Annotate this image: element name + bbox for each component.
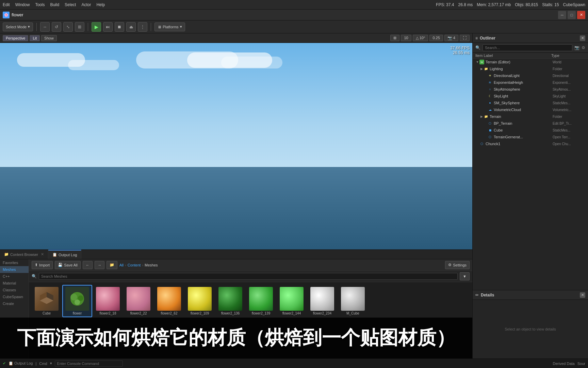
vp-snap-button[interactable]: 10 xyxy=(401,35,411,41)
clouds-layer xyxy=(0,50,472,91)
menu-actor[interactable]: Actor xyxy=(81,2,91,7)
menu-edit[interactable]: Edit xyxy=(3,2,10,7)
asset-item[interactable]: flower2_62 xyxy=(154,285,184,317)
more-options-button[interactable]: ⋮ xyxy=(138,22,147,32)
asset-item[interactable]: flower2_136 xyxy=(215,285,245,317)
asset-item[interactable]: flower2_22 xyxy=(124,285,153,317)
asset-item[interactable]: flower2_234 xyxy=(307,285,337,317)
tree-item[interactable]: ⬡ TerrainGernerat... Open Terr... xyxy=(473,134,588,140)
cb-favorites[interactable]: Favorites xyxy=(0,259,29,266)
viewport-canvas[interactable]: 37.66 FPS 26.55 ms xyxy=(0,43,472,249)
asset-item[interactable]: Cube xyxy=(32,285,62,317)
content-browser-close[interactable]: ✕ xyxy=(41,252,44,257)
tree-name: SM_SkySphere xyxy=(494,101,553,105)
tree-item[interactable]: ▼ W Terrain (Editor) World xyxy=(473,59,588,65)
menu-build[interactable]: Build xyxy=(50,2,59,7)
move-tool-button[interactable]: ↔ xyxy=(40,22,50,32)
asset-item[interactable]: flower2_18 xyxy=(93,285,123,317)
col-item-label: Item Label xyxy=(475,53,551,58)
rotate-tool-button[interactable]: ↺ xyxy=(52,22,61,32)
tab-output-log[interactable]: 📋 Output Log xyxy=(48,250,81,259)
window-controls: ─ □ ✕ xyxy=(558,11,585,19)
cmd-chevron[interactable]: ▾ xyxy=(50,361,52,366)
cb-cubespawn[interactable]: CubeSpawn xyxy=(0,293,29,300)
outliner-search-input[interactable] xyxy=(483,44,572,51)
tree-item[interactable]: ≋ ExponentialHeigh Exponenti... xyxy=(473,79,588,86)
menu-tools[interactable]: Tools xyxy=(35,2,45,7)
filter-button[interactable]: ▼ xyxy=(460,272,470,280)
cb-meshes[interactable]: Meshes xyxy=(0,266,29,273)
asset-item[interactable]: flower2_139 xyxy=(246,285,276,317)
folder-up-button[interactable]: 📁 xyxy=(107,261,117,269)
play-button[interactable]: ▶ xyxy=(92,22,101,32)
save-all-button[interactable]: 💾 Save All xyxy=(55,261,81,269)
select-mode-chevron: ▾ xyxy=(28,25,30,29)
tree-item[interactable]: ⬡ Chunck1 Open Chu... xyxy=(473,140,588,147)
tree-item[interactable]: ○ SkyAtmosphere SkyAtmos... xyxy=(473,86,588,93)
perf-ms: 26.8 ms xyxy=(458,2,473,7)
menu-window[interactable]: Window xyxy=(15,2,30,7)
vp-scale-button[interactable]: 0.25 xyxy=(429,35,443,41)
cb-material[interactable]: Material xyxy=(0,280,29,287)
tree-item[interactable]: ● SM_SkySphere StaticMes... xyxy=(473,99,588,106)
show-button[interactable]: Show xyxy=(41,35,57,41)
menu-select[interactable]: Select xyxy=(65,2,76,7)
tree-item[interactable]: ☁ VolumetricCloud Volumetric... xyxy=(473,106,588,113)
vp-angle-button[interactable]: △ 10° xyxy=(413,35,428,41)
asset-thumbnail xyxy=(188,287,212,311)
main-toolbar: Select Mode ▾ ↔ ↺ ⤡ ⊞ ▶ ⏭ ⏹ ⏏ ⋮ 🖥 Platfo… xyxy=(0,20,588,33)
step-button[interactable]: ⏭ xyxy=(103,22,113,32)
asset-thumbnail xyxy=(249,287,273,311)
vp-fullscreen-button[interactable]: ⛶ xyxy=(460,35,470,41)
tree-item[interactable]: ▶ 📁 Terrain Folder xyxy=(473,113,588,120)
lit-button[interactable]: Lit xyxy=(30,35,40,41)
cb-cpp[interactable]: C++ xyxy=(0,273,29,280)
outliner-icon-btn-1[interactable]: 📷 xyxy=(574,45,579,50)
tree-item[interactable]: ☀ DirectionalLight Directional xyxy=(473,72,588,79)
transform-tool-button[interactable]: ⊞ xyxy=(75,22,84,32)
status-bar: ✔ 📋 Output Log | Cmd ▾ Derived Data Sour xyxy=(0,358,588,368)
import-button[interactable]: ⬆ Import xyxy=(32,261,53,269)
tree-item[interactable]: ▶ 📁 Lighting Folder xyxy=(473,65,588,72)
settings-button[interactable]: ⚙ Settings xyxy=(445,261,470,269)
tree-item[interactable]: ⬡ BP_Terrain Edit BP_Tr... xyxy=(473,120,588,127)
breadcrumb-content[interactable]: Content xyxy=(128,263,141,267)
bottom-area: 📁 Content Browser ✕ 📋 Output Log Favorit… xyxy=(0,249,472,358)
scale-tool-button[interactable]: ⤡ xyxy=(63,22,73,32)
asset-thumbnail xyxy=(157,287,181,311)
perspective-button[interactable]: Perspective xyxy=(3,35,28,41)
asset-item[interactable]: flower2_144 xyxy=(277,285,307,317)
outliner-columns: Item Label Type xyxy=(473,53,588,59)
maximize-button[interactable]: □ xyxy=(568,11,576,19)
cb-create[interactable]: Create xyxy=(0,300,29,307)
breadcrumb-sep-2: › xyxy=(142,263,143,267)
cb-classes[interactable]: Classes xyxy=(0,287,29,293)
eject-button[interactable]: ⏏ xyxy=(126,22,136,32)
tab-content-browser[interactable]: 📁 Content Browser ✕ xyxy=(0,250,48,259)
console-input[interactable] xyxy=(55,361,123,367)
status-output-log[interactable]: 📋 Output Log xyxy=(9,361,33,366)
stop-button[interactable]: ⏹ xyxy=(115,22,124,32)
tree-item[interactable]: ◼ Cube StaticMes... xyxy=(473,127,588,134)
tree-item[interactable]: ☾ SkyLight SkyLight xyxy=(473,93,588,99)
menu-help[interactable]: Help xyxy=(96,2,105,7)
asset-item[interactable]: M_Cube xyxy=(338,285,368,317)
perf-obj: Objs: 80,815 xyxy=(515,2,538,7)
vp-grid-button[interactable]: ⊞ xyxy=(390,35,399,41)
outliner-close-button[interactable]: ✕ xyxy=(580,35,585,41)
asset-item[interactable]: flower2_109 xyxy=(185,285,215,317)
platforms-button[interactable]: 🖥 Platforms ▾ xyxy=(154,22,185,31)
details-close-button[interactable]: ✕ xyxy=(580,292,585,298)
minimize-button[interactable]: ─ xyxy=(558,11,566,19)
history-back-button[interactable]: ← xyxy=(83,261,93,269)
close-button[interactable]: ✕ xyxy=(577,11,585,19)
tree-icon: 📁 xyxy=(484,114,488,119)
history-forward-button[interactable]: → xyxy=(95,261,104,269)
breadcrumb-all[interactable]: All xyxy=(119,263,124,267)
outliner-icon-btn-2[interactable]: ⚙ xyxy=(582,45,585,50)
asset-thumbnail xyxy=(218,287,242,311)
search-input[interactable] xyxy=(39,273,458,280)
asset-item[interactable]: flower xyxy=(62,285,92,317)
select-mode-button[interactable]: Select Mode ▾ xyxy=(3,22,33,31)
vp-cam-button[interactable]: 📷 4 xyxy=(444,35,458,41)
